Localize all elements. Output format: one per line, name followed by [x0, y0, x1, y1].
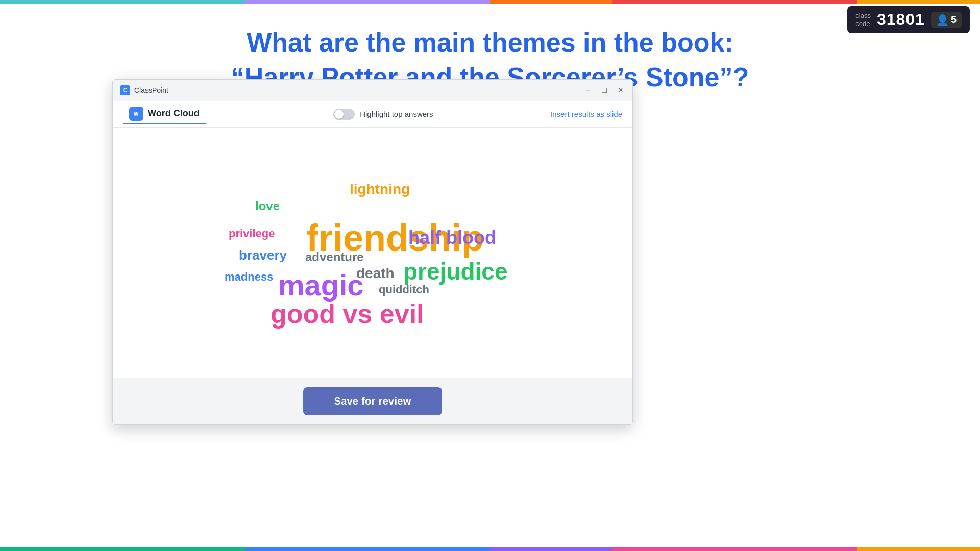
- top-color-bar: [0, 0, 980, 4]
- word-cloud-word: good vs evil: [271, 298, 424, 329]
- question-line1: What are the main themes in the book:: [247, 28, 733, 57]
- word-cloud-tab-icon: W: [129, 107, 143, 121]
- word-cloud-word: privilege: [229, 227, 275, 240]
- highlight-area: Highlight top answers: [227, 109, 540, 120]
- highlight-toggle[interactable]: [333, 109, 355, 120]
- window-controls: − □ ×: [583, 86, 625, 95]
- word-cloud-word: half blood: [408, 227, 496, 248]
- top-bar-amber: [857, 0, 980, 4]
- word-cloud-word: love: [255, 199, 280, 213]
- word-cloud-container: friendshipmagicgood vs evilprejudicehalf…: [219, 171, 526, 334]
- word-cloud-area: friendshipmagicgood vs evilprejudicehalf…: [113, 128, 632, 378]
- bottom-bar-blue: [245, 547, 490, 551]
- top-bar-red: [612, 0, 857, 4]
- classpoint-dialog: C ClassPoint − □ × W Word Cloud High: [112, 79, 633, 425]
- word-cloud-word: lightning: [350, 181, 410, 197]
- word-cloud-word: madness: [225, 270, 273, 284]
- toolbar-divider: [216, 107, 216, 122]
- bottom-bar-green: [0, 547, 245, 551]
- word-cloud-word: quidditch: [379, 283, 429, 296]
- toggle-knob: [334, 110, 344, 119]
- word-cloud-tab-label: Word Cloud: [148, 108, 200, 119]
- word-cloud-tab[interactable]: W Word Cloud: [123, 105, 206, 124]
- highlight-label: Highlight top answers: [360, 110, 433, 118]
- insert-results-link[interactable]: Insert results as slide: [550, 110, 622, 118]
- title-bar: C ClassPoint − □ ×: [113, 80, 632, 101]
- app-name: ClassPoint: [134, 86, 168, 94]
- close-button[interactable]: ×: [616, 86, 625, 95]
- word-cloud-word: bravery: [239, 247, 287, 263]
- svg-text:W: W: [134, 111, 139, 117]
- maximize-button[interactable]: □: [600, 86, 609, 95]
- word-cloud-word: death: [356, 265, 395, 282]
- save-for-review-button[interactable]: Save for review: [303, 387, 442, 415]
- bottom-bar-pink: [612, 547, 857, 551]
- toolbar: W Word Cloud Highlight top answers Inser…: [113, 101, 632, 128]
- word-cloud-word: magic: [278, 268, 364, 302]
- top-bar-orange: [490, 0, 612, 4]
- minimize-button[interactable]: −: [583, 86, 593, 95]
- title-bar-left: C ClassPoint: [120, 85, 168, 95]
- top-bar-teal: [0, 0, 245, 4]
- bottom-bar-amber: [857, 547, 980, 551]
- top-bar-purple: [245, 0, 490, 4]
- word-cloud-word: adventure: [305, 250, 364, 264]
- app-icon: C: [120, 85, 130, 95]
- dialog-footer: Save for review: [113, 378, 632, 424]
- bottom-color-bar: [0, 547, 980, 551]
- bottom-bar-purple: [490, 547, 612, 551]
- word-cloud-word: prejudice: [403, 258, 508, 285]
